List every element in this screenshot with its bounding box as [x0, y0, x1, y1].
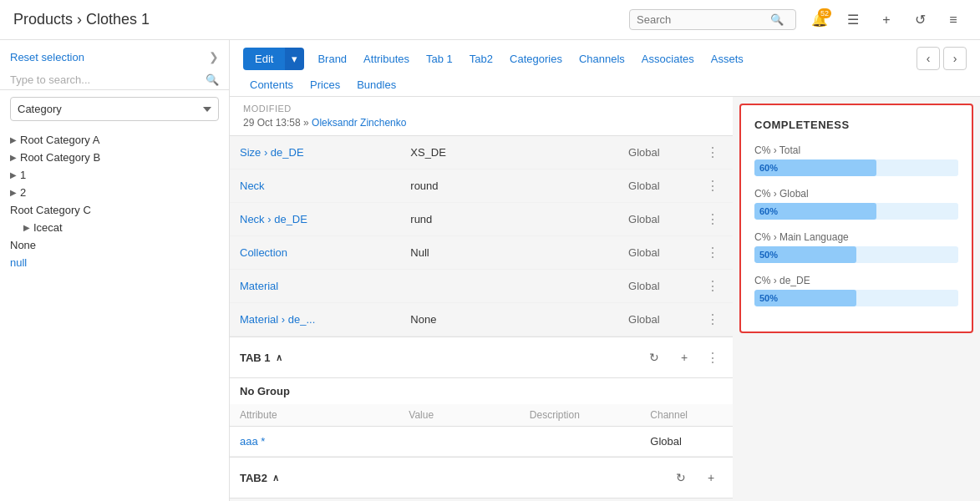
attr-name-size-de[interactable]: Size › de_DE	[230, 136, 400, 170]
tab-brand[interactable]: Brand	[311, 48, 353, 70]
sidebar-collapse-icon[interactable]: ❯	[209, 50, 219, 63]
tab2-refresh-button[interactable]: ↻	[669, 466, 693, 489]
dots-icon[interactable]: ⋮	[703, 177, 723, 195]
tree-item-icecat[interactable]: ▶ Icecat	[10, 219, 219, 236]
tab-assets[interactable]: Assets	[704, 48, 750, 70]
tree-item-null[interactable]: null	[10, 254, 219, 271]
tab1-add-button[interactable]: +	[673, 346, 696, 369]
tree-arrow-icon: ▶	[10, 153, 17, 162]
modified-info: Modified 29 Oct 13:58 » Oleksandr Zinche…	[230, 97, 733, 136]
tree-arrow-icon: ▶	[10, 188, 17, 197]
header: Products › Clothes 1 🔍 🔔 52 ☰ + ↺ ≡	[0, 0, 980, 40]
list-view-button[interactable]: ☰	[840, 7, 866, 33]
table-row: Material Global ⋮	[230, 270, 733, 303]
tab-next-button[interactable]: ›	[943, 47, 967, 70]
header-icons: 🔔 52 ☰ + ↺ ≡	[806, 7, 967, 33]
tree-item-label: null	[10, 256, 27, 269]
tab-contents[interactable]: Contents	[243, 73, 300, 96]
completeness-label-main-lang: C% › Main Language	[754, 231, 958, 243]
attr-value-material-de: None	[400, 303, 618, 337]
tree-item-root-b[interactable]: ▶ Root Category B	[10, 149, 219, 166]
sidebar-tree: ▶ Root Category A ▶ Root Category B ▶ 1 …	[0, 128, 229, 275]
completeness-item-total: C% › Total 60%	[754, 144, 958, 176]
table-row: Material › de_... None Global ⋮	[230, 303, 733, 337]
col-header-description: Description	[530, 409, 651, 421]
progress-label-total: 60%	[759, 163, 778, 173]
completeness-label-total: C% › Total	[754, 144, 958, 156]
completeness-item-global: C% › Global 60%	[754, 188, 958, 220]
menu-button[interactable]: ≡	[940, 7, 967, 33]
dots-icon[interactable]: ⋮	[703, 277, 723, 295]
history-button[interactable]: ↺	[906, 7, 933, 33]
tree-arrow-icon: ▶	[23, 223, 30, 232]
attr-value-neck: round	[400, 170, 618, 203]
attr-name-neck[interactable]: Neck	[230, 170, 400, 203]
col-header-attribute: Attribute	[240, 409, 409, 421]
tab1-section-header: TAB 1 ∧ ↻ + ⋮	[230, 337, 733, 378]
completeness-label-global: C% › Global	[754, 188, 958, 200]
tab-channels[interactable]: Channels	[572, 48, 632, 70]
tab-navigation: ‹ ›	[917, 47, 967, 70]
dots-icon[interactable]: ⋮	[703, 210, 723, 228]
tree-item-label: Icecat	[33, 221, 63, 234]
tab-categories[interactable]: Categories	[503, 48, 569, 70]
tab1-attr-name-aaa[interactable]: aaa *	[240, 435, 409, 448]
notification-badge: 52	[818, 8, 831, 19]
notifications-button[interactable]: 🔔 52	[806, 7, 833, 33]
attr-actions-neck-de: ⋮	[693, 203, 733, 236]
no-group-label: No Group	[230, 378, 733, 404]
add-button[interactable]: +	[873, 7, 900, 33]
reset-selection-link[interactable]: Reset selection	[10, 51, 84, 63]
attr-value-neck-de: rund	[400, 203, 618, 236]
dots-icon[interactable]: ⋮	[703, 311, 723, 328]
tree-item-1[interactable]: ▶ 1	[10, 166, 219, 184]
tab-bundles[interactable]: Bundles	[350, 73, 403, 96]
search-input[interactable]	[637, 13, 770, 26]
sidebar-search-bar[interactable]: 🔍	[0, 70, 229, 90]
attr-name-material[interactable]: Material	[230, 270, 400, 303]
content-area: Edit ▾ Brand Attributes Tab 1 Tab2 Categ…	[230, 40, 980, 501]
progress-label-de-de: 50%	[759, 293, 778, 303]
tab-associates[interactable]: Associates	[635, 48, 701, 70]
attr-actions-collection: ⋮	[693, 236, 733, 270]
attr-scope-material: Global	[618, 270, 693, 303]
tab-attributes[interactable]: Attributes	[357, 48, 416, 70]
history-icon: ↺	[915, 12, 926, 28]
attr-name-collection[interactable]: Collection	[230, 236, 400, 270]
category-select[interactable]: Category	[10, 97, 219, 121]
attr-actions-material-de: ⋮	[693, 303, 733, 337]
edit-dropdown-button[interactable]: ▾	[285, 48, 304, 70]
column-headers: Attribute Value Description Channel	[230, 404, 733, 427]
tab2-add-button[interactable]: +	[699, 466, 723, 489]
search-bar[interactable]: 🔍	[629, 9, 796, 30]
tree-item-none[interactable]: None	[10, 236, 219, 254]
attr-name-material-de[interactable]: Material › de_...	[230, 303, 400, 337]
tab-prev-button[interactable]: ‹	[917, 47, 940, 70]
search-icon: 🔍	[770, 13, 784, 26]
table-row: Neck › de_DE rund Global ⋮	[230, 203, 733, 236]
tab2-caret-icon: ∧	[272, 473, 279, 483]
tab-tab2[interactable]: Tab2	[463, 48, 500, 70]
tree-item-root-a[interactable]: ▶ Root Category A	[10, 131, 219, 149]
edit-button[interactable]: Edit	[243, 48, 285, 70]
progress-bar-de-de: 50%	[754, 290, 958, 306]
tree-item-2[interactable]: ▶ 2	[10, 184, 219, 201]
attr-scope-neck-de: Global	[618, 203, 693, 236]
tab-tab1[interactable]: Tab 1	[419, 48, 460, 70]
tab1-dots-icon[interactable]: ⋮	[703, 348, 723, 367]
tab1-attr-channel-aaa: Global	[650, 435, 723, 448]
attr-value-size-de: XS_DE	[400, 136, 618, 170]
modified-user[interactable]: Oleksandr Zinchenko	[312, 117, 406, 129]
col-header-channel: Channel	[650, 409, 723, 421]
attr-actions-neck: ⋮	[693, 170, 733, 203]
dots-icon[interactable]: ⋮	[703, 244, 723, 261]
attr-name-neck-de[interactable]: Neck › de_DE	[230, 203, 400, 236]
dots-icon[interactable]: ⋮	[703, 144, 723, 161]
attr-actions-material: ⋮	[693, 270, 733, 303]
sidebar-search-input[interactable]	[10, 73, 206, 86]
tab1-refresh-button[interactable]: ↻	[642, 346, 666, 369]
tree-item-root-c[interactable]: Root Category C	[10, 201, 219, 219]
plus-icon: +	[882, 13, 890, 28]
table-scroll-area[interactable]: Modified 29 Oct 13:58 » Oleksandr Zinche…	[230, 97, 733, 501]
tab-prices[interactable]: Prices	[303, 73, 347, 96]
